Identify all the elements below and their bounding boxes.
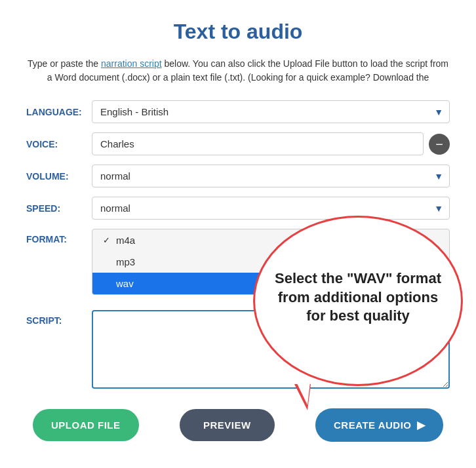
speed-select[interactable]: normal — [92, 197, 450, 220]
tooltip-text: Select the "WAV" format from additional … — [275, 269, 441, 326]
format-option-mp3-label: mp3 — [116, 256, 135, 267]
language-select-wrapper[interactable]: English - British ▼ — [92, 100, 450, 123]
language-label: LANGUAGE: — [26, 107, 92, 117]
volume-row: VOLUME: normal ▼ — [26, 165, 450, 187]
voice-minus-button[interactable]: − — [429, 134, 450, 155]
speed-row: SPEED: normal ▼ — [26, 197, 450, 220]
create-audio-label: CREATE AUDIO — [334, 419, 412, 431]
format-option-m4a-label: m4a — [116, 235, 135, 246]
voice-row: VOICE: − — [26, 132, 450, 155]
page-description: Type or paste the narration script below… — [26, 57, 450, 85]
voice-label: VOICE: — [26, 139, 92, 149]
format-label: FORMAT: — [26, 229, 92, 244]
narration-script-link[interactable]: narration script — [101, 58, 162, 69]
speed-label: SPEED: — [26, 203, 92, 214]
volume-label: VOLUME: — [26, 171, 92, 182]
format-row: FORMAT: ✓ m4a mp3 wav Select the "WAV" f… — [26, 229, 450, 301]
create-audio-button[interactable]: CREATE AUDIO ▶ — [315, 408, 443, 442]
format-option-wav-label: wav — [116, 278, 134, 289]
button-row: UPLOAD FILE PREVIEW CREATE AUDIO ▶ — [26, 408, 450, 442]
voice-input[interactable] — [92, 132, 424, 155]
upload-file-button[interactable]: UPLOAD FILE — [33, 409, 139, 441]
script-label: SCRIPT: — [26, 310, 92, 326]
m4a-checkmark: ✓ — [103, 235, 112, 245]
play-icon: ▶ — [417, 419, 426, 431]
volume-select-wrapper[interactable]: normal ▼ — [92, 165, 450, 187]
language-row: LANGUAGE: English - British ▼ — [26, 100, 450, 123]
page-title: Text to audio — [26, 20, 450, 44]
language-select[interactable]: English - British — [92, 100, 450, 123]
volume-select[interactable]: normal — [92, 165, 450, 187]
preview-button[interactable]: PREVIEW — [180, 409, 275, 441]
speed-select-wrapper[interactable]: normal ▼ — [92, 197, 450, 220]
tooltip-bubble: Select the "WAV" format from additional … — [253, 216, 463, 386]
